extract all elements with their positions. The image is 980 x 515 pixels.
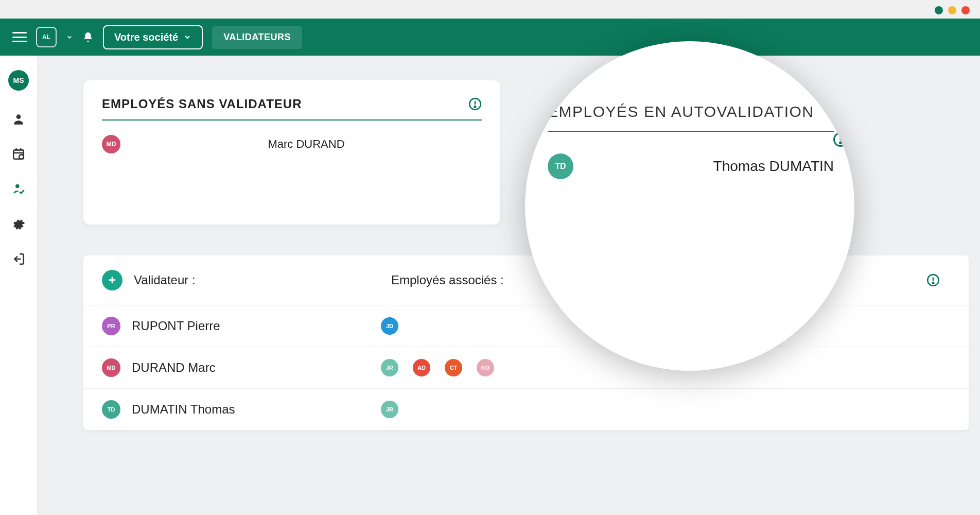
- calendar-icon[interactable]: [12, 147, 25, 161]
- validator-avatar: MD: [102, 358, 120, 377]
- associated-employees: JD: [381, 317, 398, 335]
- validator-name: DUMATIN Thomas: [132, 402, 358, 417]
- employee-chip[interactable]: JD: [381, 317, 398, 335]
- card-title-row: EMPLOYÉS EN AUTOVALIDATION: [548, 103, 834, 132]
- employee-chip[interactable]: AD: [413, 359, 430, 376]
- employee-name: Marc DURAND: [131, 138, 482, 151]
- person-check-icon[interactable]: [12, 182, 25, 196]
- card-employees-without-validator: EMPLOYÉS SANS VALIDATEUR MD Marc DURAND: [83, 80, 500, 225]
- svg-point-0: [16, 114, 21, 119]
- chevron-down-icon: [183, 33, 191, 41]
- logout-icon[interactable]: [12, 252, 25, 266]
- validator-name: DURAND Marc: [132, 360, 358, 375]
- warning-icon[interactable]: [926, 273, 940, 287]
- user-avatar[interactable]: MS: [8, 70, 29, 91]
- validator-row[interactable]: MD DURAND Marc JR AD CT KO: [83, 347, 969, 389]
- column-header-validator: Validateur :: [134, 273, 391, 287]
- svg-point-16: [840, 142, 842, 144]
- employee-row[interactable]: TD Thomas DUMATIN: [548, 132, 834, 179]
- warning-icon[interactable]: [468, 97, 482, 111]
- notifications-bell-icon[interactable]: [82, 31, 94, 43]
- employee-chip[interactable]: JR: [381, 359, 398, 376]
- associated-employees: JR AD CT KO: [381, 359, 494, 376]
- validator-row[interactable]: TD DUMATIN Thomas JR: [83, 389, 969, 430]
- hamburger-menu-icon[interactable]: [12, 32, 27, 42]
- gear-icon[interactable]: [12, 217, 25, 231]
- logo-chevron-down-icon[interactable]: [66, 33, 73, 41]
- employee-name: Thomas DUMATIN: [586, 158, 834, 175]
- topbar: AL Votre société VALIDATEURS: [0, 19, 980, 56]
- window-maximize-icon[interactable]: [948, 6, 956, 14]
- company-selector[interactable]: Votre société: [103, 25, 203, 49]
- card-title-row: EMPLOYÉS SANS VALIDATEUR: [102, 97, 482, 121]
- validator-name: RUPONT Pierre: [132, 319, 358, 333]
- card-title: EMPLOYÉS SANS VALIDATEUR: [102, 97, 302, 111]
- validator-avatar: TD: [102, 400, 120, 419]
- app-logo[interactable]: AL: [36, 27, 57, 47]
- validator-row[interactable]: PR RUPONT Pierre JD: [83, 305, 969, 347]
- company-selector-label: Votre société: [114, 31, 178, 43]
- validator-avatar: PR: [102, 317, 120, 335]
- employee-chip[interactable]: JR: [381, 401, 398, 418]
- employee-chip[interactable]: KO: [477, 359, 494, 376]
- employee-chip[interactable]: CT: [445, 359, 462, 376]
- employee-avatar: TD: [548, 153, 573, 179]
- window-minimize-icon[interactable]: [935, 6, 943, 14]
- svg-point-10: [475, 106, 476, 108]
- person-icon[interactable]: [12, 112, 25, 126]
- employee-avatar: MD: [102, 135, 120, 153]
- svg-point-13: [933, 282, 934, 284]
- sidebar: MS: [0, 56, 37, 515]
- associated-employees: JR: [381, 401, 398, 418]
- window-controls: [935, 6, 970, 14]
- magnified-card-autovalidation: EMPLOYÉS EN AUTOVALIDATION TD Thomas DUM…: [525, 41, 854, 371]
- employee-row[interactable]: MD Marc DURAND: [102, 121, 482, 153]
- tab-validateurs[interactable]: VALIDATEURS: [212, 26, 302, 49]
- window-close-icon[interactable]: [961, 6, 970, 14]
- svg-point-6: [15, 184, 20, 188]
- main-content: EMPLOYÉS SANS VALIDATEUR MD Marc DURAND …: [37, 56, 980, 515]
- add-validator-button[interactable]: +: [102, 270, 122, 290]
- card-title: EMPLOYÉS EN AUTOVALIDATION: [548, 103, 814, 121]
- svg-point-5: [19, 154, 24, 159]
